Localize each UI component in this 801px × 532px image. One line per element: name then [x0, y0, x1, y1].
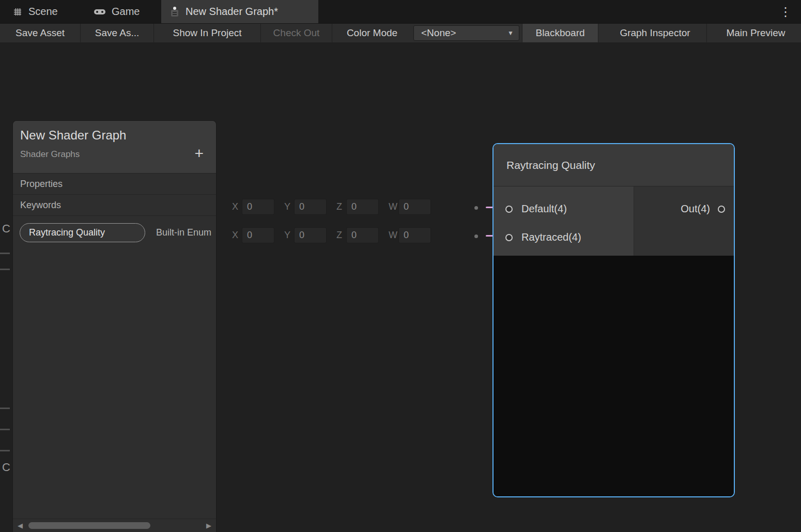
- input-port-default: Default(4): [494, 195, 634, 223]
- raytracing-quality-node[interactable]: Raytracing Quality Default(4) Raytraced(…: [492, 143, 735, 497]
- tab-game-label: Game: [112, 6, 140, 18]
- node-port-section: Default(4) Raytraced(4) Out(4): [494, 186, 734, 256]
- blackboard-section-keywords[interactable]: Keywords: [13, 194, 216, 215]
- blackboard-horizontal-scrollbar: ◀ ▶: [13, 519, 216, 532]
- show-in-project-button[interactable]: Show In Project: [154, 24, 261, 42]
- shader-graph-asset-icon: [170, 6, 180, 18]
- input-port-label: Default(4): [521, 203, 567, 215]
- input-port-label: Raytraced(4): [521, 231, 581, 243]
- collapsed-port-dot[interactable]: [474, 206, 478, 210]
- color-mode-label: Color Mode: [333, 24, 411, 42]
- blackboard-toggle-button[interactable]: Blackboard: [522, 24, 598, 42]
- scrollbar-thumb[interactable]: [28, 522, 150, 529]
- clipped-node-divider: [0, 429, 10, 430]
- y-field-label: Y: [281, 230, 294, 241]
- check-out-button: Check Out: [261, 24, 332, 42]
- collapsed-port-dot[interactable]: [474, 234, 478, 238]
- scroll-right-icon[interactable]: ▶: [206, 522, 211, 529]
- tab-game[interactable]: Game: [85, 0, 155, 23]
- w-value-field[interactable]: 0: [398, 199, 431, 215]
- x-value-field[interactable]: 0: [242, 227, 274, 243]
- x-value-field[interactable]: 0: [242, 199, 274, 215]
- output-port-out: Out(4): [681, 195, 725, 223]
- z-value-field[interactable]: 0: [346, 199, 379, 215]
- input-port-circle[interactable]: [505, 234, 513, 241]
- clipped-node-divider: [0, 408, 10, 409]
- blackboard-panel: New Shader Graph Shader Graphs + Propert…: [12, 120, 217, 532]
- shader-graph-toolbar: Save Asset Save As... Show In Project Ch…: [0, 23, 801, 42]
- blackboard-title: New Shader Graph: [20, 128, 209, 143]
- clipped-node-divider: [0, 269, 10, 270]
- output-port-label: Out(4): [681, 203, 710, 215]
- tab-bar: Scene Game New Shader Graph* ⋮: [0, 0, 801, 23]
- x-field-label: X: [229, 230, 242, 241]
- y-value-field[interactable]: 0: [294, 199, 327, 215]
- clipped-node-label: C: [2, 461, 10, 474]
- color-mode-dropdown[interactable]: <None> ▼: [413, 25, 519, 41]
- w-field-label: W: [386, 201, 398, 212]
- clipped-node-divider: [0, 253, 10, 254]
- y-field-label: Y: [281, 201, 294, 212]
- input-port-raytraced: Raytraced(4): [494, 223, 634, 252]
- tab-scene[interactable]: Scene: [4, 0, 82, 23]
- blackboard-header[interactable]: New Shader Graph Shader Graphs +: [13, 121, 216, 173]
- kebab-menu-icon[interactable]: ⋮: [774, 0, 797, 23]
- save-as-button[interactable]: Save As...: [81, 24, 154, 42]
- blackboard-section-properties[interactable]: Properties: [13, 173, 216, 194]
- x-field-label: X: [229, 201, 242, 212]
- z-field-label: Z: [333, 201, 346, 212]
- blackboard-subtitle: Shader Graphs: [20, 149, 209, 160]
- save-asset-button[interactable]: Save Asset: [0, 24, 81, 42]
- input-port-circle[interactable]: [505, 206, 513, 213]
- tab-shader-graph[interactable]: New Shader Graph*: [161, 0, 318, 23]
- blackboard-content: Raytracing Quality Built-in Enum: [13, 215, 216, 532]
- clipped-node-label: C: [2, 222, 10, 236]
- z-value-field[interactable]: 0: [346, 227, 379, 243]
- z-field-label: Z: [333, 230, 346, 241]
- node-title[interactable]: Raytracing Quality: [494, 144, 734, 186]
- property-type-label: Built-in Enum: [156, 227, 216, 238]
- tab-shader-graph-label: New Shader Graph*: [186, 6, 278, 18]
- node-output-ports: Out(4): [634, 186, 734, 256]
- y-value-field[interactable]: 0: [294, 227, 327, 243]
- clipped-node-divider: [0, 450, 10, 451]
- w-field-label: W: [386, 230, 398, 241]
- property-pill-raytracing-quality[interactable]: Raytracing Quality: [20, 223, 145, 242]
- vector4-field-row: X0 Y0 Z0 W0: [229, 198, 438, 215]
- output-port-circle[interactable]: [718, 206, 725, 213]
- graph-inspector-toggle-button[interactable]: Graph Inspector: [604, 24, 707, 42]
- tab-scene-label: Scene: [28, 6, 58, 18]
- w-value-field[interactable]: 0: [398, 227, 431, 243]
- scene-grid-icon: [12, 7, 23, 17]
- scroll-left-icon[interactable]: ◀: [18, 522, 23, 529]
- chevron-down-icon: ▼: [507, 29, 514, 37]
- node-preview-area: [494, 256, 734, 496]
- color-mode-value: <None>: [421, 27, 456, 39]
- gamepad-icon: [94, 8, 106, 16]
- node-input-ports: Default(4) Raytraced(4): [494, 186, 634, 256]
- vector4-field-row: X0 Y0 Z0 W0: [229, 227, 438, 244]
- main-preview-toggle-button[interactable]: Main Preview: [711, 24, 801, 42]
- add-property-button[interactable]: +: [194, 146, 204, 161]
